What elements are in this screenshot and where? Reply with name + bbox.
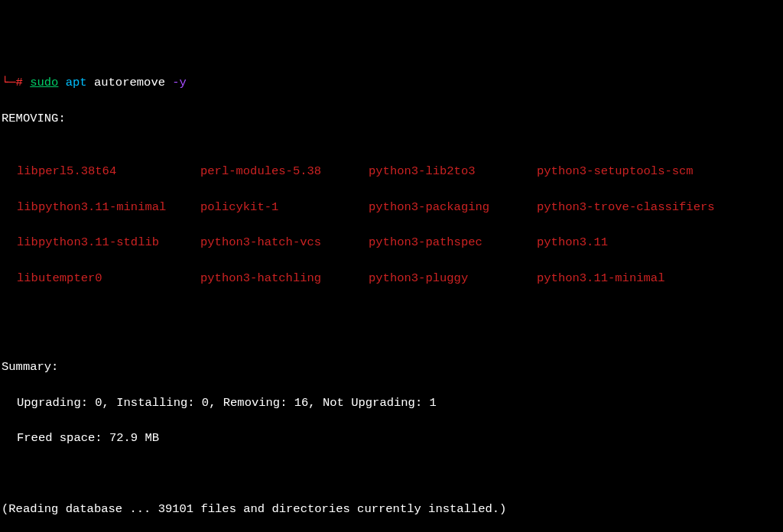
blank-line — [2, 466, 781, 483]
package-removal-grid: libperl5.38t64perl-modules-5.38python3-l… — [2, 145, 781, 305]
package-row: libpython3.11-minimalpolicykit-1python3-… — [17, 199, 781, 216]
package-name: python3.11 — [537, 234, 781, 251]
command-prompt-line[interactable]: └─# sudo apt autoremove -y — [2, 74, 781, 92]
output-line: (Reading database ... 39101 files and di… — [2, 501, 781, 518]
prompt-prefix: └─# — [2, 74, 23, 92]
blank-line — [2, 323, 781, 341]
package-name: libutempter0 — [17, 270, 200, 287]
package-name: python3-lib2to3 — [369, 163, 537, 180]
package-name: python3-hatch-vcs — [200, 234, 369, 251]
package-name: python3-pathspec — [369, 234, 537, 251]
package-name: python3.11-minimal — [537, 270, 781, 287]
package-name: python3-trove-classifiers — [537, 199, 781, 216]
removing-header: REMOVING: — [2, 110, 781, 128]
package-row: libutempter0python3-hatchlingpython3-plu… — [17, 270, 781, 287]
package-name: python3-pluggy — [369, 270, 537, 287]
package-name: python3-setuptools-scm — [537, 163, 781, 180]
package-row: libperl5.38t64perl-modules-5.38python3-l… — [17, 163, 781, 180]
package-name: python3-packaging — [369, 199, 537, 216]
summary-freed-space: Freed space: 72.9 MB — [2, 430, 781, 447]
sudo-command: sudo — [30, 74, 58, 92]
apt-command: apt — [66, 74, 87, 92]
package-name: policykit-1 — [200, 199, 369, 216]
autoremove-subcommand: autoremove — [94, 74, 165, 92]
summary-stats: Upgrading: 0, Installing: 0, Removing: 1… — [2, 394, 781, 412]
package-name: libpython3.11-minimal — [17, 199, 200, 216]
package-name: perl-modules-5.38 — [200, 163, 369, 180]
package-name: libpython3.11-stdlib — [17, 234, 200, 251]
yes-flag: -y — [172, 74, 187, 92]
package-name: libperl5.38t64 — [17, 163, 200, 180]
package-row: libpython3.11-stdlibpython3-hatch-vcspyt… — [17, 234, 781, 251]
package-name: python3-hatchling — [200, 270, 369, 287]
summary-header: Summary: — [2, 358, 781, 376]
